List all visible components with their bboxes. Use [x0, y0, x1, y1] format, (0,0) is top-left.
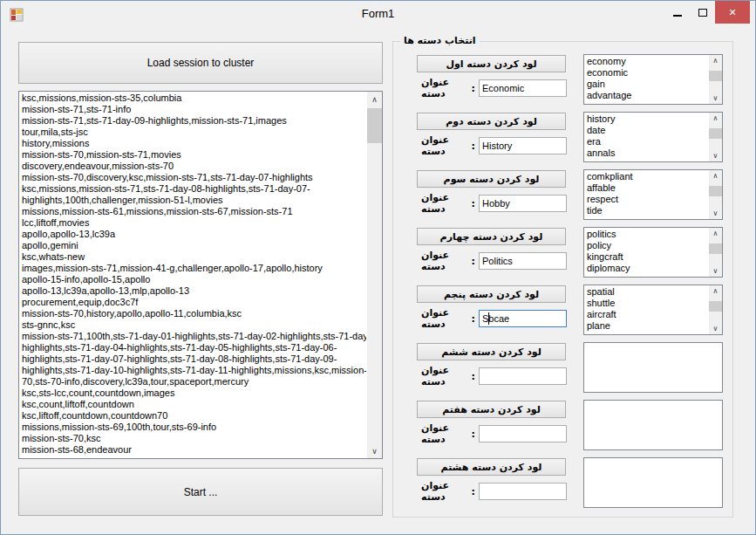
keywords-listbox-8[interactable]	[583, 457, 723, 508]
session-line[interactable]: apollo-13,lc39a,apollo-13,mlp,apollo-13	[19, 285, 366, 297]
session-line[interactable]: ksc,sts-lcc,count,countdown,images	[19, 388, 366, 399]
session-line[interactable]: missions,mission-sts-61,missions,mission…	[19, 206, 366, 217]
load-category-3-button[interactable]: لود کردن دسته سوم	[417, 170, 566, 188]
keywords-listbox-4[interactable]: politicspolicykingcraftdiplomacy ∧ ∨	[583, 227, 723, 278]
scroll-up-button[interactable]: ∧	[367, 92, 382, 106]
keyword-item[interactable]: shuttle	[584, 298, 708, 309]
session-line[interactable]: images,mission-sts-71,mission-41-g,chall…	[19, 263, 366, 274]
keyword-item[interactable]: aircraft	[584, 309, 708, 320]
category-title-input-4[interactable]	[479, 252, 567, 270]
scroll-thumb[interactable]	[709, 301, 722, 312]
scroll-thumb[interactable]	[709, 128, 722, 139]
category-title-input-3[interactable]	[479, 195, 567, 212]
start-button[interactable]: Start ...	[18, 468, 383, 516]
session-line[interactable]: mission-sts-70,history,apollo,apollo-11,…	[19, 308, 366, 319]
session-line[interactable]: ksc,liftoff,countdown,countdown70	[19, 410, 366, 422]
session-line[interactable]: 70,sts-70-info,discovery,lc39a,tour,spac…	[19, 376, 366, 388]
load-session-button[interactable]: Load session to cluster	[18, 42, 383, 84]
scroll-thumb[interactable]	[709, 243, 722, 254]
scroll-up-button[interactable]: ∧	[709, 228, 722, 239]
scroll-thumb[interactable]	[709, 186, 722, 196]
scroll-track[interactable]	[367, 143, 382, 443]
keyword-item[interactable]: gain	[584, 79, 708, 90]
keywords-listbox-2[interactable]: historydateeraannals ∧ ∨	[583, 112, 723, 162]
keywords-listbox-1[interactable]: economyeconomicgainadvantage ∧ ∨	[583, 54, 723, 105]
session-line[interactable]: highlights,100th,challenger,mission-51-l…	[19, 195, 366, 206]
session-line[interactable]: mission-sts-70,discovery,ksc,mission-sts…	[19, 172, 366, 183]
session-line[interactable]: ksc,missions,mission-sts-71,sts-71-day-0…	[19, 183, 366, 195]
session-line[interactable]: apollo,gemini	[19, 240, 366, 251]
keyword-item[interactable]: economy	[584, 56, 708, 67]
keywords-listbox-3[interactable]: comkpliantaffablerespecttide ∧ ∨	[583, 169, 723, 220]
session-line[interactable]: apollo,apollo-13,lc39a	[19, 229, 366, 240]
keyword-item[interactable]: era	[584, 136, 708, 147]
scroll-track[interactable]	[709, 139, 722, 150]
keyword-item[interactable]: politics	[584, 229, 708, 240]
session-line[interactable]: missions,mission-sts-69,100th,tour,sts-6…	[19, 422, 366, 433]
scroll-up-button[interactable]: ∧	[709, 55, 722, 66]
scroll-thumb[interactable]	[367, 108, 382, 143]
session-line[interactable]: mission-sts-68,endeavour	[19, 444, 366, 456]
category-title-input-6[interactable]	[479, 367, 567, 385]
session-listbox[interactable]: ksc,missions,mission-sts-35,columbiamiss…	[18, 91, 383, 459]
session-line[interactable]: discovery,endeavour,mission-sts-70	[19, 161, 366, 172]
scroll-down-button[interactable]: ∨	[709, 265, 722, 277]
scroll-down-button[interactable]: ∨	[709, 208, 722, 219]
load-category-4-button[interactable]: لود کردن دسته چهارم	[417, 228, 566, 245]
keyword-item[interactable]: advantage	[584, 90, 708, 101]
scroll-thumb[interactable]	[709, 71, 722, 81]
keyword-item[interactable]: policy	[584, 240, 708, 251]
session-line[interactable]: procurement,equip,doc3c7f	[19, 297, 366, 308]
session-line[interactable]: ksc,whats-new	[19, 251, 366, 263]
scroll-down-button[interactable]: ∨	[367, 443, 382, 458]
session-line[interactable]: mission-sts-71,sts-71-info	[19, 104, 366, 115]
minimize-button[interactable]	[664, 1, 690, 24]
scroll-track[interactable]	[709, 81, 722, 93]
load-category-2-button[interactable]: لود کردن دسته دوم	[417, 113, 566, 130]
session-line[interactable]: mission-sts-71,sts-71-day-09-highlights,…	[19, 115, 366, 127]
session-line[interactable]: mission-sts-71,100th,sts-71-day-01-highl…	[19, 331, 366, 342]
keyword-item[interactable]: annals	[584, 147, 708, 159]
session-line[interactable]: mission-sts-70,mission-sts-71,movies	[19, 149, 366, 161]
keywords-listbox-7[interactable]	[583, 400, 723, 450]
session-line[interactable]: tour,mila,sts-jsc	[19, 127, 366, 138]
load-category-1-button[interactable]: لود کردن دسته اول	[417, 55, 566, 72]
session-line[interactable]: lcc,liftoff,movies	[19, 217, 366, 229]
keyword-item[interactable]: plane	[584, 320, 708, 332]
keyword-item[interactable]: affable	[584, 182, 708, 194]
load-category-6-button[interactable]: لود کردن دسته ششم	[417, 343, 566, 360]
scroll-up-button[interactable]: ∧	[709, 170, 722, 182]
session-line[interactable]: highlights,sts-71-day-07-highlights,sts-…	[19, 353, 366, 365]
scroll-track[interactable]	[709, 312, 722, 323]
keywords-listbox-5[interactable]: spatialshuttleaircraftplane ∧ ∨	[583, 285, 723, 335]
session-line[interactable]: highlights,sts-71-day-04-highlights,sts-…	[19, 342, 366, 353]
session-line[interactable]: highlights,sts-71-day-10-highlights,sts-…	[19, 365, 366, 376]
maximize-button[interactable]	[690, 1, 715, 24]
session-line[interactable]: sts-gnnc,ksc	[19, 319, 366, 331]
keyword-item[interactable]: date	[584, 125, 708, 136]
scroll-track[interactable]	[709, 254, 722, 265]
keyword-item[interactable]: respect	[584, 194, 708, 205]
session-line[interactable]: apollo-15-info,apollo-15,apollo	[19, 274, 366, 285]
category-title-input-2[interactable]	[479, 137, 567, 154]
keywords-listbox-6[interactable]	[583, 342, 723, 393]
load-category-7-button[interactable]: لود کردن دسته هفتم	[417, 401, 566, 418]
scroll-down-button[interactable]: ∨	[709, 93, 722, 104]
session-line[interactable]: ksc,count,liftoff,countdown	[19, 399, 366, 410]
category-title-input-7[interactable]	[479, 425, 567, 442]
scroll-track[interactable]	[709, 196, 722, 208]
keyword-item[interactable]: tide	[584, 205, 708, 216]
scroll-down-button[interactable]: ∨	[709, 323, 722, 334]
session-line[interactable]: history,missions	[19, 138, 366, 149]
load-category-5-button[interactable]: لود کردن دسته پنجم	[417, 285, 566, 303]
keyword-item[interactable]: economic	[584, 67, 708, 79]
keyword-item[interactable]: history	[584, 113, 708, 125]
session-line[interactable]: mission-sts-70,ksc	[19, 433, 366, 444]
category-title-input-8[interactable]	[479, 483, 567, 500]
load-category-8-button[interactable]: لود کردن دسته هشتم	[417, 458, 566, 476]
keyword-item[interactable]: comkpliant	[584, 171, 708, 182]
category-title-input-1[interactable]	[479, 79, 567, 97]
category-title-input-5[interactable]	[479, 310, 567, 327]
keyword-item[interactable]: spatial	[584, 286, 708, 298]
scroll-up-button[interactable]: ∧	[709, 285, 722, 297]
